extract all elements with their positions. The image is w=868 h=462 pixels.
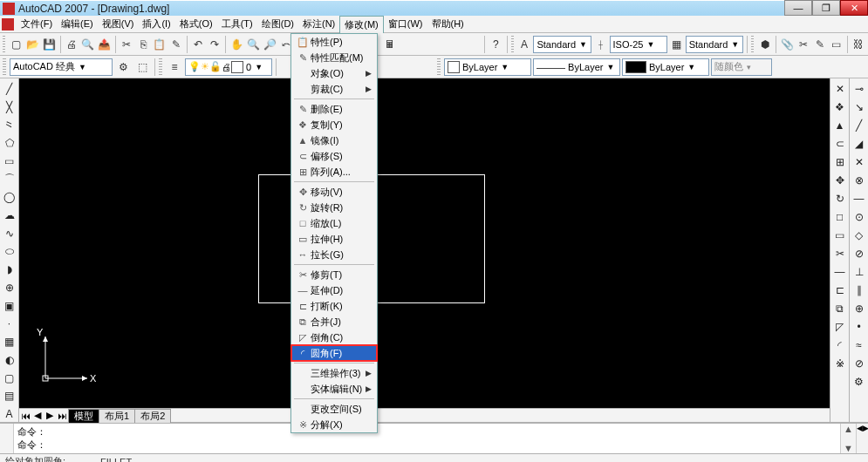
- menu-item-合并j[interactable]: ⧉合并(J): [291, 314, 377, 330]
- cut-button[interactable]: ✂: [120, 36, 134, 53]
- rotate-tool[interactable]: ↻: [832, 191, 848, 207]
- intersect-tool[interactable]: ✕: [851, 154, 867, 170]
- toolbar-grip[interactable]: [159, 58, 162, 76]
- menu-item-旋转r[interactable]: ↻旋转(R): [291, 200, 377, 215]
- menu-tools[interactable]: 工具(T): [217, 16, 257, 32]
- explode-tool[interactable]: ※: [832, 356, 848, 371]
- menu-item-镜像i[interactable]: ▲镜像(I): [291, 132, 377, 148]
- break-tool[interactable]: ⊏: [832, 282, 848, 298]
- print-button[interactable]: 🖨: [65, 36, 79, 53]
- insert-snap-tool[interactable]: ⊕: [851, 301, 867, 316]
- none-tool[interactable]: ⊘: [851, 356, 867, 371]
- menu-item-分解x[interactable]: ※分解(X): [291, 417, 377, 432]
- ref-clip-button[interactable]: ✂: [796, 36, 811, 53]
- toolbar-grip[interactable]: [3, 36, 5, 53]
- menu-item-偏移s[interactable]: ⊂偏移(S): [291, 148, 377, 164]
- menu-item-圆角f[interactable]: ◜圆角(F): [291, 345, 377, 361]
- line-tool[interactable]: ╱: [2, 81, 17, 97]
- tab-model[interactable]: 模型: [68, 409, 99, 423]
- toolbar-grip[interactable]: [3, 58, 6, 76]
- menu-modify[interactable]: 修改(M): [339, 16, 384, 33]
- menu-file[interactable]: 文件(F): [17, 16, 57, 32]
- preview-button[interactable]: 🔍: [80, 36, 95, 53]
- zoom-win-button[interactable]: 🔎: [263, 36, 277, 53]
- arc-tool[interactable]: ⌒: [2, 172, 17, 187]
- menu-help[interactable]: 帮助(H): [427, 16, 468, 32]
- temp-track-tool[interactable]: ⊸: [851, 81, 867, 97]
- hatch-tool[interactable]: ▦: [2, 334, 17, 350]
- xref-button[interactable]: ⛓: [851, 36, 865, 53]
- snap-from-tool[interactable]: ↘: [851, 99, 867, 115]
- command-scrollbar[interactable]: ▲▼: [840, 424, 856, 453]
- ref-attach-button[interactable]: 📎: [780, 36, 795, 53]
- calc-button[interactable]: 🖩: [382, 36, 397, 53]
- plotstyle-combo[interactable]: 随颜色▾: [711, 58, 772, 76]
- appint-tool[interactable]: ⊗: [851, 173, 867, 188]
- undo-button[interactable]: ↶: [191, 36, 206, 53]
- insert-tool[interactable]: ⊕: [2, 280, 17, 296]
- quadrant-tool[interactable]: ◇: [851, 228, 867, 243]
- toolbar-grip[interactable]: [511, 36, 514, 53]
- chamfer-tool[interactable]: ◸: [832, 319, 848, 335]
- menu-item-修剪t[interactable]: ✂修剪(T): [291, 267, 377, 282]
- menu-item-倒角c[interactable]: ◸倒角(C): [291, 330, 377, 345]
- close-button[interactable]: ✕: [840, 0, 868, 16]
- array-tool[interactable]: ⊞: [832, 154, 848, 170]
- tab-nav-last[interactable]: ⏭: [56, 411, 68, 421]
- move-tool[interactable]: ✥: [832, 173, 848, 188]
- menu-edit[interactable]: 编辑(E): [57, 16, 98, 32]
- pan-button[interactable]: ✋: [229, 36, 244, 53]
- model-canvas[interactable]: Y X: [19, 78, 830, 408]
- table-tool[interactable]: ▤: [2, 388, 17, 404]
- tablestyle-icon[interactable]: ▦: [669, 36, 684, 53]
- menu-item-缩放l[interactable]: □缩放(L): [291, 215, 377, 231]
- color-combo[interactable]: ByLayer▼: [444, 58, 531, 76]
- menu-item-三维操作3[interactable]: 三维操作(3)▶: [291, 365, 377, 381]
- pline-tool[interactable]: ⺀: [2, 117, 17, 132]
- node-tool[interactable]: •: [851, 319, 867, 335]
- fillet-tool[interactable]: ◜: [832, 337, 848, 353]
- tab-layout2[interactable]: 布局2: [134, 409, 171, 423]
- extension-tool[interactable]: —: [851, 191, 867, 207]
- menu-format[interactable]: 格式(O): [175, 16, 217, 32]
- menu-item-阵列a[interactable]: ⊞阵列(A)...: [291, 164, 377, 180]
- menu-item-删除e[interactable]: ✎删除(E): [291, 101, 377, 117]
- layer-props-button[interactable]: ≡: [166, 58, 183, 76]
- layer-combo[interactable]: 💡☀🔓🖨0▼: [185, 58, 272, 76]
- mirror-tool[interactable]: ▲: [832, 118, 848, 133]
- toolbar-grip[interactable]: [437, 58, 441, 76]
- matchprop-button[interactable]: ✎: [168, 36, 183, 53]
- zoom-rt-button[interactable]: 🔍: [246, 36, 261, 53]
- style-icon[interactable]: A: [517, 36, 532, 53]
- tab-nav-first[interactable]: ⏮: [19, 411, 31, 421]
- lineweight-combo[interactable]: ByLayer▼: [622, 58, 709, 76]
- endpoint-tool[interactable]: ╱: [851, 118, 867, 133]
- tangent-tool[interactable]: ⊘: [851, 246, 867, 262]
- new-button[interactable]: ▢: [9, 36, 24, 53]
- join-tool[interactable]: ⧉: [832, 301, 848, 316]
- tab-nav-next[interactable]: ▶: [44, 410, 56, 421]
- command-side-scroll[interactable]: ◀▶: [856, 424, 868, 453]
- nearest-tool[interactable]: ≈: [851, 337, 867, 353]
- trim-tool[interactable]: ✂: [832, 246, 848, 262]
- copy-button[interactable]: ⎘: [136, 36, 151, 53]
- block-tool[interactable]: ▣: [2, 298, 17, 314]
- rectangle-tool[interactable]: ▭: [2, 153, 17, 169]
- menu-item-复制y[interactable]: ❖复制(Y): [291, 117, 377, 132]
- offset-tool[interactable]: ⊂: [832, 136, 848, 152]
- menu-item-拉长g[interactable]: ↔拉长(G): [291, 247, 377, 262]
- menu-view[interactable]: 视图(V): [98, 16, 139, 32]
- workspace-combo[interactable]: AutoCAD 经典▼: [10, 58, 113, 76]
- erase-tool[interactable]: ✕: [832, 81, 848, 97]
- center-tool[interactable]: ⊙: [851, 209, 867, 225]
- open-button[interactable]: 📂: [25, 36, 40, 53]
- parallel-tool[interactable]: ∥: [851, 282, 867, 298]
- menu-item-实体编辑n[interactable]: 实体编辑(N)▶: [291, 381, 377, 397]
- tab-nav-prev[interactable]: ◀: [31, 410, 44, 421]
- ellipsearc-tool[interactable]: ◗: [2, 262, 17, 277]
- dimstyle-icon[interactable]: ⟊: [593, 36, 608, 53]
- menu-window[interactable]: 窗口(W): [384, 16, 427, 32]
- menu-item-更改空间s[interactable]: 更改空间(S): [291, 401, 377, 417]
- spline-tool[interactable]: ∿: [2, 226, 17, 241]
- gradient-tool[interactable]: ◐: [2, 352, 17, 368]
